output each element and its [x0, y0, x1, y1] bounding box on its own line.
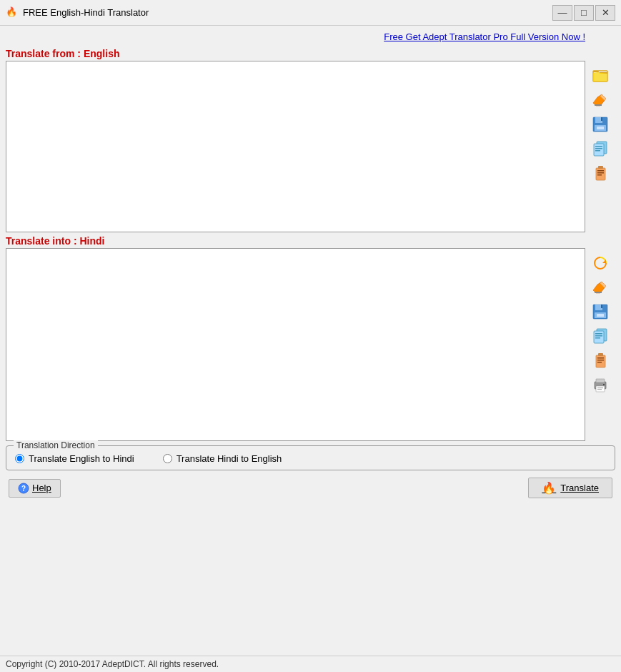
- app-title: FREE English-Hindi Translator: [23, 7, 149, 18]
- clear-target-icon: [592, 279, 609, 296]
- direction-label-1: Translate English to Hindi: [29, 453, 134, 464]
- minimize-button[interactable]: —: [552, 5, 572, 21]
- direction-radio-2[interactable]: [163, 454, 172, 463]
- svg-rect-39: [597, 387, 603, 388]
- source-section-wrapper: Translate from : English: [6, 45, 615, 232]
- save-source-icon: [592, 116, 609, 133]
- source-textarea[interactable]: [6, 61, 585, 232]
- copyright-text: Copyright (C) 2010-2017 AdeptDICT. All r…: [6, 659, 219, 669]
- bottom-buttons: ? Help 🔥 Translate: [6, 475, 615, 501]
- svg-rect-15: [597, 170, 604, 172]
- svg-rect-12: [595, 150, 600, 152]
- copy-source-icon: [592, 140, 609, 157]
- clear-target-button[interactable]: [589, 277, 612, 298]
- paste-source-icon: [592, 164, 609, 182]
- help-icon: ?: [18, 483, 29, 494]
- svg-rect-9: [594, 144, 604, 156]
- app-icon: 🔥: [6, 6, 19, 19]
- svg-marker-18: [602, 260, 606, 263]
- svg-rect-14: [598, 166, 603, 169]
- main-content: Free Get Adept Translator Pro Full Versi…: [0, 26, 621, 656]
- svg-text:?: ?: [21, 485, 26, 493]
- print-icon: [592, 376, 609, 393]
- close-button[interactable]: ✕: [595, 5, 615, 21]
- target-label: Translate into : Hindi: [6, 232, 585, 248]
- title-bar-left: 🔥 FREE English-Hindi Translator: [6, 6, 149, 19]
- target-section-wrapper: Translate into : Hindi: [6, 232, 615, 441]
- svg-rect-24: [597, 314, 604, 317]
- copy-target-icon: [592, 327, 609, 345]
- copy-source-button[interactable]: [589, 138, 612, 159]
- clear-source-icon: [592, 92, 609, 109]
- save-target-button[interactable]: [589, 301, 612, 322]
- svg-rect-5: [601, 117, 602, 121]
- clear-source-button[interactable]: [589, 89, 612, 111]
- svg-rect-13: [596, 168, 605, 180]
- svg-rect-34: [597, 362, 602, 363]
- svg-rect-17: [597, 174, 602, 176]
- paste-target-icon: [592, 352, 609, 369]
- refresh-icon: [592, 255, 609, 272]
- direction-option-1[interactable]: Translate English to Hindi: [15, 453, 134, 464]
- direction-options: Translate English to Hindi Translate Hin…: [15, 453, 606, 464]
- open-file-button[interactable]: [589, 65, 612, 87]
- help-button[interactable]: ? Help: [9, 479, 61, 498]
- svg-rect-29: [595, 337, 600, 339]
- source-section: Translate from : English: [6, 45, 585, 232]
- svg-rect-16: [597, 172, 604, 174]
- direction-box: Translation Direction Translate English …: [6, 445, 615, 470]
- svg-point-38: [603, 384, 605, 385]
- svg-rect-36: [596, 379, 605, 382]
- help-label: Help: [32, 483, 51, 493]
- direction-radio-1[interactable]: [15, 454, 24, 463]
- open-file-icon: [592, 67, 609, 84]
- svg-rect-27: [595, 333, 602, 335]
- paste-target-button[interactable]: [589, 350, 612, 371]
- paste-source-button[interactable]: [589, 162, 612, 184]
- svg-rect-32: [597, 357, 604, 359]
- save-target-icon: [592, 303, 609, 320]
- direction-legend: Translation Direction: [14, 440, 98, 450]
- direction-option-2[interactable]: Translate Hindi to English: [163, 453, 282, 464]
- print-button[interactable]: [589, 374, 612, 395]
- direction-label-2: Translate Hindi to English: [177, 453, 282, 464]
- svg-rect-33: [597, 360, 604, 361]
- svg-rect-10: [595, 146, 602, 147]
- copy-target-button[interactable]: [589, 325, 612, 347]
- svg-rect-22: [601, 305, 602, 308]
- status-bar: Copyright (C) 2010-2017 AdeptDICT. All r…: [0, 656, 621, 672]
- save-source-button[interactable]: [589, 114, 612, 135]
- window-controls: — □ ✕: [552, 5, 615, 21]
- source-toolbar: [585, 45, 615, 232]
- refresh-translate-button[interactable]: [589, 252, 612, 274]
- svg-rect-30: [596, 355, 605, 367]
- translate-button[interactable]: 🔥 Translate: [528, 478, 612, 498]
- translate-label: Translate: [560, 483, 599, 493]
- svg-rect-26: [594, 331, 604, 343]
- restore-button[interactable]: □: [574, 5, 594, 21]
- svg-rect-31: [598, 353, 603, 356]
- target-toolbar: [585, 232, 615, 441]
- svg-rect-19: [595, 292, 602, 293]
- svg-rect-2: [595, 104, 602, 106]
- source-label: Translate from : English: [6, 45, 585, 61]
- svg-rect-40: [597, 389, 602, 390]
- svg-rect-11: [595, 148, 602, 149]
- title-bar: 🔥 FREE English-Hindi Translator — □ ✕: [0, 0, 621, 26]
- svg-rect-7: [597, 127, 604, 129]
- promo-link-container: Free Get Adept Translator Pro Full Versi…: [6, 29, 615, 45]
- promo-link[interactable]: Free Get Adept Translator Pro Full Versi…: [384, 31, 585, 42]
- target-section: Translate into : Hindi: [6, 232, 585, 441]
- translate-flame-icon: 🔥: [542, 481, 556, 495]
- svg-rect-28: [595, 335, 602, 337]
- target-textarea[interactable]: [6, 248, 585, 441]
